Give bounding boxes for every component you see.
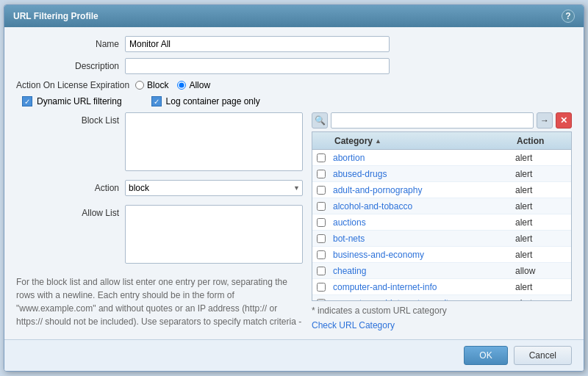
log-container-checkbox[interactable]: ✓ [151,96,162,106]
log-container-label: Log container page only [166,96,260,106]
table-row: computer-and-internet-info alert [312,279,571,295]
table-row: computer-and-internet-security alert [312,295,571,300]
category-table: Category ▲ Action abortion alert [312,131,572,301]
dynamic-url-label: Dynamic URL filtering [37,96,122,106]
row-checkbox-5[interactable] [317,234,326,243]
row-checkbox-0[interactable] [317,153,326,162]
row-checkbox-cell [312,202,330,211]
log-container-checkbox-item: ✓ Log container page only [151,96,260,106]
check-url-link[interactable]: Check URL Category [312,320,572,330]
row-checkbox-6[interactable] [317,250,326,259]
block-list-section: Block List [16,112,303,171]
row-checkbox-7[interactable] [317,267,326,275]
row-action-0: alert [512,153,571,163]
url-filtering-dialog: URL Filtering Profile ? Name Description… [4,4,584,372]
row-checkbox-4[interactable] [317,218,326,227]
allow-radio-item: Allow [177,80,210,90]
dialog-body: Name Description Action On License Expir… [4,27,584,339]
row-category-0[interactable]: abortion [330,153,512,163]
row-category-1[interactable]: abused-drugs [330,169,512,179]
allow-list-box[interactable] [125,205,303,264]
row-category-3[interactable]: alcohol-and-tobacco [330,201,512,212]
action-column-header: Action [512,136,571,146]
block-radio-label: Block [147,80,168,90]
row-category-6[interactable]: business-and-economy [330,250,512,260]
category-column-header: Category ▲ [330,136,512,146]
table-row: auctions alert [312,214,571,231]
table-header: Category ▲ Action [312,132,571,150]
block-radio-item: Block [135,80,168,90]
row-checkbox-1[interactable] [317,170,326,178]
row-category-9[interactable]: computer-and-internet-security [330,298,512,301]
table-row: abused-drugs alert [312,166,571,182]
allow-radio[interactable] [177,81,186,90]
description-input[interactable] [125,58,390,74]
help-icon[interactable]: ? [562,10,575,23]
row-checkbox-8[interactable] [317,283,326,292]
table-body: abortion alert abused-drugs alert adult-… [312,150,571,300]
row-checkbox-cell [312,250,330,259]
row-category-2[interactable]: adult-and-pornography [330,185,512,195]
row-checkbox-cell [312,234,330,243]
license-label: Action On License Expiration [16,80,129,90]
row-action-4: alert [512,217,571,228]
name-input[interactable] [125,36,390,52]
row-action-7: allow [512,266,571,276]
asterisk-note: * indicates a custom URL category [312,306,572,316]
right-panel: 🔍 → ✕ Category ▲ Action [312,112,572,330]
row-checkbox-cell [312,170,330,178]
allow-list-label: Allow List [16,205,119,218]
action-select[interactable]: block alert allow continue override [125,180,303,196]
description-label: Description [16,61,119,71]
checkboxes-row: ✓ Dynamic URL filtering ✓ Log container … [16,96,572,106]
search-bar: 🔍 → ✕ [312,112,572,129]
dynamic-url-checkbox[interactable]: ✓ [22,96,32,106]
table-row: cheating allow [312,263,571,279]
dialog-footer: OK Cancel [4,339,584,371]
row-checkbox-cell [312,218,330,227]
table-row: bot-nets alert [312,231,571,247]
action-row: Action block alert allow continue overri… [16,180,303,196]
search-go-button[interactable]: → [537,112,553,129]
row-action-8: alert [512,282,571,292]
block-list-label: Block List [16,112,119,126]
table-row: business-and-economy alert [312,247,571,263]
row-checkbox-2[interactable] [317,186,326,195]
search-clear-button[interactable]: ✕ [556,112,572,129]
help-text: For the block list and allow list enter … [16,275,303,330]
sort-arrow-icon: ▲ [375,137,381,145]
row-category-5[interactable]: bot-nets [330,234,512,244]
main-content: Block List Action block alert allow cont… [16,112,572,330]
license-row: Action On License Expiration Block Allow [16,80,572,90]
block-list-box[interactable] [125,112,303,171]
row-checkbox-3[interactable] [317,202,326,211]
name-row: Name [16,36,572,52]
table-row: alcohol-and-tobacco alert [312,198,571,214]
left-panel: Block List Action block alert allow cont… [16,112,303,330]
row-category-7[interactable]: cheating [330,266,512,276]
table-row: adult-and-pornography alert [312,182,571,198]
ok-button[interactable]: OK [464,346,507,365]
action-label: Action [16,183,119,193]
row-checkbox-cell [312,267,330,275]
table-row: abortion alert [312,150,571,166]
row-action-2: alert [512,185,571,195]
search-input[interactable] [331,112,534,129]
row-checkbox-9[interactable] [317,299,326,301]
row-checkbox-cell [312,186,330,195]
row-action-9: alert [512,298,571,301]
dialog-header: URL Filtering Profile ? [4,5,584,27]
row-action-6: alert [512,250,571,260]
row-checkbox-cell [312,283,330,292]
row-action-3: alert [512,201,571,212]
row-category-8[interactable]: computer-and-internet-info [330,282,512,292]
allow-radio-label: Allow [189,80,210,90]
description-row: Description [16,58,572,74]
row-category-4[interactable]: auctions [330,217,512,228]
block-radio[interactable] [135,81,144,90]
row-checkbox-cell [312,153,330,162]
search-icon: 🔍 [312,112,328,129]
cancel-button[interactable]: Cancel [514,346,572,365]
row-action-1: alert [512,169,571,179]
row-checkbox-cell [312,299,330,301]
